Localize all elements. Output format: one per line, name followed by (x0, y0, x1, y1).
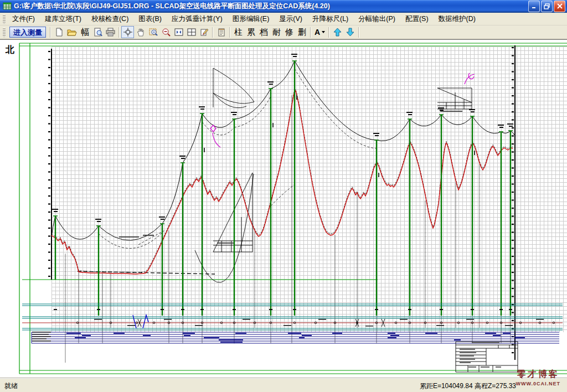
restore-button[interactable] (541, 1, 553, 12)
dropdown-caret-icon (322, 31, 325, 33)
status-bar: 就绪 累距E=104049.84 高程Z=275.33 (0, 378, 567, 391)
cumulate-button[interactable]: 累 (245, 26, 257, 38)
crosshair-icon (123, 28, 132, 37)
zoom-out-button[interactable] (159, 26, 172, 38)
grid-view-icon (187, 28, 196, 37)
menu-bar: 文件(F) 建库立塔(T) 校核检查(C) 图表(B) 应力弧垂计算(Y) 图形… (0, 13, 567, 25)
menubar-grip[interactable] (3, 14, 6, 24)
menu-build-tower[interactable]: 建库立塔(T) (40, 13, 86, 25)
print-preview-icon (94, 28, 102, 37)
down-arrow-icon (346, 28, 354, 37)
modify-button[interactable]: 修 (283, 26, 296, 38)
toolbar-grip[interactable] (3, 28, 6, 37)
toolbar-separator (328, 27, 329, 38)
toolbar-separator (50, 27, 51, 38)
enter-measure-button[interactable]: 进入测量 (9, 27, 46, 38)
open-file-button[interactable] (65, 26, 79, 38)
close-button[interactable] (554, 1, 565, 12)
watermark: 零才博客 WWW.0CAI.NET (516, 369, 561, 386)
pan-tool-button[interactable] (134, 26, 147, 38)
status-coordinates: 累距E=104049.84 高程Z=275.33 (420, 381, 516, 391)
menu-ruler[interactable]: 升降标尺(L) (307, 13, 353, 25)
crosshair-tool-button[interactable] (121, 26, 134, 38)
font-a-label: A (315, 28, 320, 37)
tower-button[interactable]: 柱 (232, 26, 245, 38)
status-ready-text: 就绪 (4, 381, 18, 391)
raise-button[interactable] (331, 26, 344, 38)
zoom-extents-button[interactable] (172, 26, 185, 38)
minimize-button[interactable] (528, 1, 540, 12)
zoom-out-icon (162, 28, 171, 37)
new-file-button[interactable] (53, 26, 65, 38)
lower-button[interactable] (344, 26, 357, 38)
menu-data-maintain[interactable]: 数据维护(D) (434, 13, 481, 25)
north-label: 北 (6, 44, 14, 56)
zoom-window-icon (149, 28, 158, 37)
print-button[interactable] (104, 26, 117, 38)
menu-sheet-output[interactable]: 分幅输出(P) (353, 13, 400, 25)
span-button[interactable]: 档 (257, 26, 270, 38)
up-arrow-icon (333, 28, 342, 37)
toolbar-separator (229, 27, 230, 38)
profile-drawing[interactable] (0, 40, 567, 378)
restore-icon (544, 3, 550, 9)
close-icon (557, 3, 563, 9)
window-title: G:\客户数据\华北院\东段\GIJ49-GIJ51.ORG - SLCAD架空… (14, 2, 528, 11)
text-style-button[interactable]: A (313, 26, 327, 38)
toolbar-separator (118, 27, 120, 38)
menu-graphic-edit[interactable]: 图形编辑(E) (228, 13, 275, 25)
app-icon[interactable] (3, 2, 12, 11)
menu-file[interactable]: 文件(F) (7, 13, 40, 25)
strain-button[interactable]: 耐 (270, 26, 283, 38)
menu-check[interactable]: 校核检查(C) (86, 13, 133, 25)
notepad-icon (218, 28, 225, 37)
sheet-frame-button[interactable]: 幅 (79, 26, 91, 38)
drawing-area: 北 (0, 39, 567, 378)
title-bar: G:\客户数据\华北院\东段\GIJ49-GIJ51.ORG - SLCAD架空… (0, 0, 567, 13)
hand-icon (136, 28, 145, 37)
redraw-brush-icon (200, 28, 209, 37)
redraw-button[interactable] (198, 26, 210, 38)
new-file-icon (55, 28, 64, 37)
menu-config[interactable]: 配置(S) (400, 13, 434, 25)
application-window: G:\客户数据\华北院\东段\GIJ49-GIJ51.ORG - SLCAD架空… (0, 0, 567, 392)
toolbar: 进入测量 幅 (0, 25, 567, 39)
watermark-url: WWW.0CAI.NET (516, 381, 561, 386)
toolbar-separator (212, 27, 213, 38)
watermark-title: 零才博客 (516, 369, 561, 380)
toolbar-separator (358, 27, 359, 38)
delete-button[interactable]: 删 (296, 26, 308, 38)
printer-icon (106, 28, 115, 37)
toolbar-separator (310, 27, 311, 38)
menu-chart[interactable]: 图表(B) (133, 13, 167, 25)
measure-notes-button[interactable] (215, 26, 228, 38)
print-preview-button[interactable] (91, 26, 104, 38)
zoom-window-button[interactable] (147, 26, 159, 38)
menu-view[interactable]: 显示(V) (274, 13, 307, 25)
zoom-extents-icon (174, 28, 183, 37)
minimize-icon (532, 3, 537, 9)
menu-stress-sag[interactable]: 应力弧垂计算(Y) (167, 13, 228, 25)
open-folder-icon (67, 28, 77, 37)
grid-view-button[interactable] (185, 26, 198, 38)
